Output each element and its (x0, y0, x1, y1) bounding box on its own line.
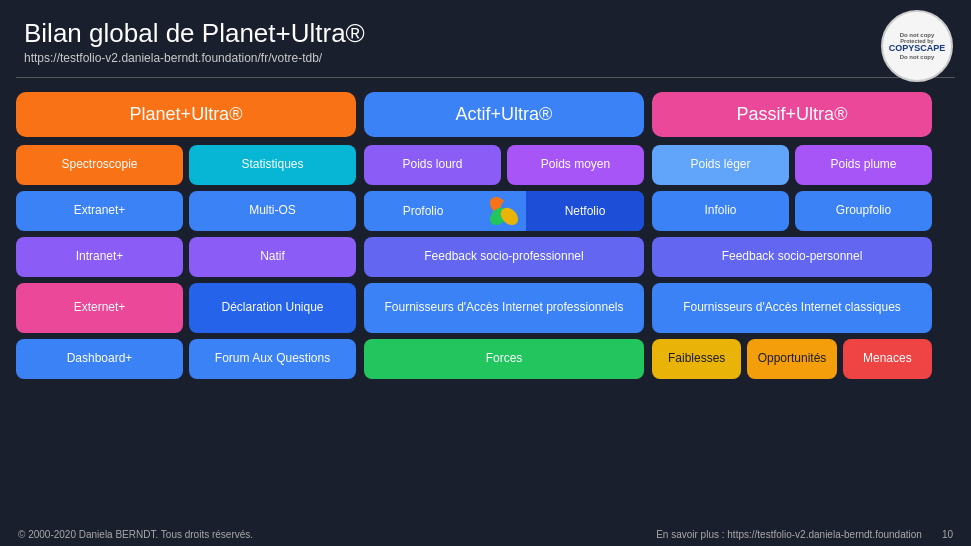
forces-button[interactable]: Forces (364, 339, 644, 379)
feedback-perso-button[interactable]: Feedback socio-personnel (652, 237, 932, 277)
page-title: Bilan global de Planet+Ultra® (24, 18, 947, 49)
infolio-button[interactable]: Infolio (652, 191, 789, 231)
footer-copyright: © 2000-2020 Daniela BERNDT. Tous droits … (18, 529, 253, 540)
fournisseurs-pro-button[interactable]: Fournisseurs d'Accès Internet profession… (364, 283, 644, 333)
planet-row-1: Spectroscopie Statistiques (16, 145, 356, 185)
poids-lourd-button[interactable]: Poids lourd (364, 145, 501, 185)
statistiques-button[interactable]: Statistiques (189, 145, 356, 185)
planet-row-3: Intranet+ Natif (16, 237, 356, 277)
footer-page-number: 10 (942, 529, 953, 540)
profolio-button[interactable]: Profolio (364, 191, 482, 231)
page-url: https://testfolio-v2.daniela-berndt.foun… (24, 51, 947, 65)
groupfolio-button[interactable]: Groupfolio (795, 191, 932, 231)
planet-header: Planet+Ultra® (16, 92, 356, 137)
header-divider (16, 77, 955, 78)
opportunites-button[interactable]: Opportunités (747, 339, 836, 379)
copyscape-badge: Do not copy Protected by COPYSCAPE Do no… (881, 10, 953, 82)
passif-row-2: Infolio Groupfolio (652, 191, 932, 231)
multios-button[interactable]: Multi-OS (189, 191, 356, 231)
actif-column: Actif+Ultra® Poids lourd Poids moyen Pro… (364, 92, 644, 333)
feedback-pro-button[interactable]: Feedback socio-professionnel (364, 237, 644, 277)
spectroscopie-button[interactable]: Spectroscopie (16, 145, 183, 185)
faiblesses-button[interactable]: Faiblesses (652, 339, 741, 379)
planet-bottom-row: Dashboard+ Forum Aux Questions (16, 339, 356, 379)
planet-row-2: Extranet+ Multi-OS (16, 191, 356, 231)
dashboard-button[interactable]: Dashboard+ (16, 339, 183, 379)
passif-bottom-row: Faiblesses Opportunités Menaces (652, 339, 932, 379)
natif-button[interactable]: Natif (189, 237, 356, 277)
profolio-netfolio-row: Profolio Netfolio (364, 191, 644, 231)
menaces-button[interactable]: Menaces (843, 339, 932, 379)
passif-row-1: Poids léger Poids plume (652, 145, 932, 185)
planet-row-4: Externet+ Déclaration Unique (16, 283, 356, 333)
main-grid: Planet+Ultra® Spectroscopie Statistiques… (0, 82, 971, 339)
footer-learn-more: En savoir plus : https://testfolio-v2.da… (656, 529, 922, 540)
passif-header: Passif+Ultra® (652, 92, 932, 137)
passif-column: Passif+Ultra® Poids léger Poids plume In… (652, 92, 932, 333)
poids-moyen-button[interactable]: Poids moyen (507, 145, 644, 185)
poids-leger-button[interactable]: Poids léger (652, 145, 789, 185)
page-footer: © 2000-2020 Daniela BERNDT. Tous droits … (0, 529, 971, 540)
footer-right: En savoir plus : https://testfolio-v2.da… (656, 529, 953, 540)
forum-button[interactable]: Forum Aux Questions (189, 339, 356, 379)
poids-plume-button[interactable]: Poids plume (795, 145, 932, 185)
planet-column: Planet+Ultra® Spectroscopie Statistiques… (16, 92, 356, 333)
netfolio-button[interactable]: Netfolio (526, 191, 644, 231)
actif-row-1: Poids lourd Poids moyen (364, 145, 644, 185)
copyscape-brand: COPYSCAPE (889, 44, 946, 54)
declaration-unique-button[interactable]: Déclaration Unique (189, 283, 356, 333)
bottom-row: Dashboard+ Forum Aux Questions Forces Fa… (0, 339, 971, 385)
externet-button[interactable]: Externet+ (16, 283, 183, 333)
intranet-button[interactable]: Intranet+ (16, 237, 183, 277)
page-header: Bilan global de Planet+Ultra® https://te… (0, 0, 971, 73)
extranet-button[interactable]: Extranet+ (16, 191, 183, 231)
copyscape-do-not-copy-bottom: Do not copy (900, 54, 935, 60)
fournisseurs-classiques-button[interactable]: Fournisseurs d'Accès Internet classiques (652, 283, 932, 333)
actif-header: Actif+Ultra® (364, 92, 644, 137)
flower-logo (482, 191, 526, 231)
